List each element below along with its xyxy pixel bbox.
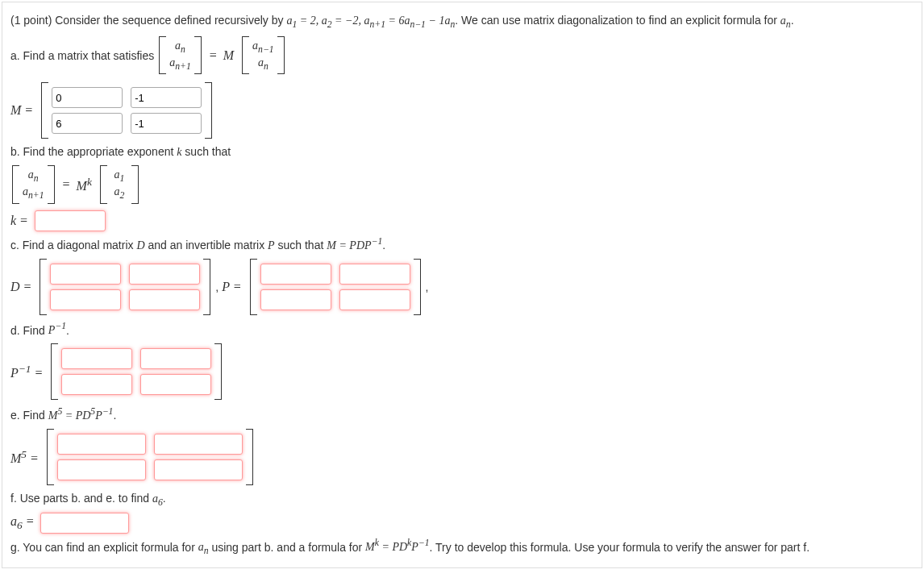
- g-an: an: [198, 541, 209, 553]
- part-d-text: d. Find: [10, 323, 48, 336]
- part-a-matrix-input: M =: [10, 81, 914, 140]
- part-e-inputs: M5 =: [10, 427, 914, 487]
- part-f-prompt: f. Use parts b. and e. to find a6.: [10, 492, 914, 508]
- anm1-top: an−1: [252, 39, 274, 55]
- an-top: an: [169, 39, 191, 55]
- D-var: D: [136, 239, 144, 251]
- Mk-symbol: Mk: [77, 176, 92, 193]
- part-b-text: b. Find the appropriate exponent: [10, 145, 177, 158]
- part-d-inputs: P−1 =: [10, 342, 914, 401]
- Pinv-label: P−1 =: [10, 363, 43, 380]
- c-period: .: [382, 239, 385, 251]
- M5-cell-10[interactable]: [57, 459, 146, 480]
- M-cell-01[interactable]: [131, 87, 202, 108]
- part-e-text: e. Find: [10, 409, 48, 422]
- part-b-input: k =: [10, 210, 914, 231]
- M5-label: M5 =: [10, 448, 39, 466]
- M-cell-11[interactable]: [131, 113, 202, 134]
- an-bot: an+1: [169, 56, 191, 72]
- problem-intro: (1 point) Consider the sequence defined …: [10, 14, 914, 30]
- part-g-text: g. You can find an explicit formula for: [10, 540, 198, 553]
- d-period: .: [66, 323, 69, 336]
- problem-intro-line2: an.: [780, 14, 794, 27]
- equals-b: =: [63, 177, 70, 192]
- f-var: a6: [152, 492, 163, 505]
- k-input[interactable]: [35, 210, 106, 231]
- part-c-prompt: c. Find a diagonal matrix D and an inver…: [10, 236, 914, 252]
- part-e-prompt: e. Find M5 = PD5P−1.: [10, 406, 914, 422]
- anm1-bot: an: [252, 56, 274, 72]
- e-period: .: [113, 409, 116, 422]
- D-cell-01[interactable]: [129, 264, 200, 285]
- M-cell-10[interactable]: [52, 113, 123, 134]
- P-cell-10[interactable]: [260, 289, 331, 310]
- Pinv-cell-10[interactable]: [61, 374, 132, 395]
- M-symbol: M: [223, 48, 234, 63]
- vector-an-b: an an+1: [12, 165, 55, 204]
- e-eq: M5 = PD5P−1: [48, 409, 114, 422]
- P-cell-01[interactable]: [339, 264, 410, 285]
- d-var: P−1: [48, 324, 66, 336]
- b-an-top: an: [23, 168, 44, 184]
- a2-bot: a2: [110, 185, 128, 201]
- P-cell-00[interactable]: [260, 264, 331, 285]
- M5-input-matrix: [47, 429, 253, 485]
- intro-tail: . We can use matrix diagonalization to f…: [455, 14, 780, 27]
- part-c-inputs: D = , P =: [10, 257, 914, 317]
- vector-an: an an+1: [159, 36, 202, 75]
- part-a-text: a. Find a matrix that satisfies: [10, 49, 154, 62]
- a1-top: a1: [110, 168, 128, 184]
- M-label: M =: [10, 103, 33, 118]
- c-eq: M = PDP−1: [327, 239, 382, 251]
- a6-input[interactable]: [40, 513, 129, 534]
- D-cell-10[interactable]: [50, 289, 121, 310]
- c-comma2: ,: [426, 281, 429, 293]
- D-label: D =: [10, 280, 31, 294]
- f-period: .: [163, 492, 166, 505]
- equals-a: =: [210, 48, 217, 63]
- part-b-text2: such that: [181, 145, 231, 158]
- c-comma: ,: [215, 281, 219, 293]
- vector-anm1: an−1 an: [242, 36, 285, 75]
- intro-eq: a1 = 2, a2 = −2, an+1 = 6an−1 − 1an: [286, 15, 455, 27]
- P-label: P =: [222, 280, 241, 294]
- part-a-prompt: a. Find a matrix that satisfies an an+1 …: [10, 35, 914, 77]
- Pinv-input-matrix: [51, 343, 222, 400]
- problem-container: (1 point) Consider the sequence defined …: [2, 2, 922, 568]
- part-c-text3: such that: [275, 239, 327, 251]
- vector-a12: a1 a2: [100, 165, 139, 204]
- part-b-prompt: b. Find the appropriate exponent k such …: [10, 145, 914, 159]
- Pinv-cell-01[interactable]: [140, 348, 211, 369]
- b-an-bot: an+1: [23, 185, 44, 201]
- intro-text: (1 point) Consider the sequence defined …: [10, 14, 286, 27]
- Pinv-cell-00[interactable]: [61, 348, 132, 369]
- M-input-matrix: [41, 82, 212, 139]
- part-d-prompt: d. Find P−1.: [10, 322, 914, 338]
- part-c-text2: and an invertible matrix: [145, 239, 268, 251]
- M5-cell-01[interactable]: [154, 434, 243, 455]
- part-g-prompt: g. You can find an explicit formula for …: [10, 538, 914, 556]
- part-b-eq: an an+1 = Mk a1 a2: [10, 164, 914, 206]
- D-cell-11[interactable]: [129, 289, 200, 310]
- g-eq: Mk = PDkP−1: [365, 541, 429, 553]
- intro-an: an: [780, 15, 791, 27]
- part-g-text3: . Try to develop this formula. Use your …: [430, 540, 810, 553]
- intro-period: .: [791, 14, 794, 27]
- a6-label: a6 =: [10, 514, 34, 532]
- M-cell-00[interactable]: [52, 87, 123, 108]
- part-f-inputs: a6 =: [10, 513, 914, 534]
- part-f-text: f. Use parts b. and e. to find: [10, 492, 152, 505]
- P-input-matrix: [250, 259, 421, 315]
- Pinv-cell-11[interactable]: [140, 374, 211, 395]
- D-cell-00[interactable]: [50, 264, 121, 285]
- P-var: P: [268, 239, 275, 251]
- P-cell-11[interactable]: [339, 289, 410, 310]
- D-input-matrix: [40, 259, 210, 315]
- M5-cell-00[interactable]: [57, 434, 146, 455]
- part-g-text2: using part b. and a formula for: [209, 540, 366, 553]
- part-c-text: c. Find a diagonal matrix: [10, 239, 136, 251]
- k-label: k =: [10, 214, 28, 228]
- M5-cell-11[interactable]: [154, 459, 243, 480]
